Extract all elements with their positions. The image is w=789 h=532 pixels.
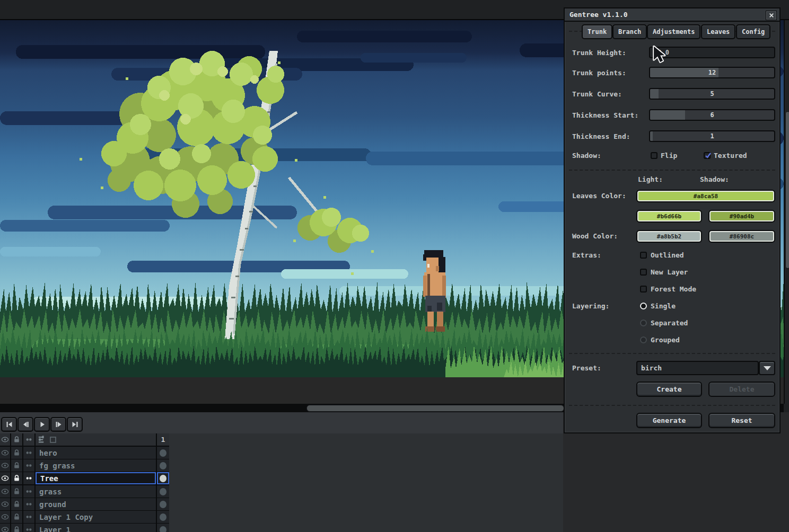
continuous-icon[interactable] [23,459,34,472]
flip-label[interactable]: Flip [661,152,677,159]
layer-name[interactable]: fg grass [36,459,156,472]
lock-icon[interactable] [11,524,22,532]
layer-row[interactable]: fg grass [0,459,169,472]
wood-shadow-color-swatch[interactable]: #86908c [708,230,775,243]
layer-row[interactable]: Layer 1 Copy [0,511,169,523]
last-frame-button[interactable] [67,417,83,432]
preset-label: Preset: [572,364,601,372]
layer-row[interactable]: ground [0,498,169,510]
layer-name[interactable]: Tree [36,472,156,484]
lock-icon[interactable] [11,447,22,459]
outlined-checkbox[interactable] [640,252,647,259]
separator [569,405,775,406]
eye-icon[interactable] [0,485,10,498]
trunk-curve-slider[interactable]: 5 [649,88,775,100]
continuous-icon[interactable] [23,524,34,532]
tab-trunk[interactable]: Trunk [582,24,612,39]
grouped-radio[interactable] [640,336,647,343]
layer-row-selected[interactable]: Tree [0,472,169,484]
cel[interactable] [157,498,169,510]
tab-config[interactable]: Config [736,24,770,39]
grouped-label[interactable]: Grouped [651,336,680,344]
wood-light-color-swatch[interactable]: #a8b5b2 [636,230,702,243]
separated-label[interactable]: Separated [651,319,688,327]
dialog-title-bar[interactable]: Gentree v1.1.0 [565,8,779,22]
thickness-start-slider[interactable]: 6 [649,109,775,121]
eye-icon[interactable] [0,433,10,446]
thickness-end-slider[interactable]: 1 [649,130,775,142]
continuous-icon[interactable] [23,433,34,446]
delete-button[interactable]: Delete [708,382,775,397]
layer-name[interactable]: hero [36,447,156,459]
cel[interactable] [157,447,169,459]
preset-dropdown[interactable]: birch [636,361,759,375]
layer-name[interactable]: ground [36,498,156,510]
textured-checkbox[interactable] [704,152,711,159]
layer-name[interactable]: grass [36,485,156,498]
eye-icon[interactable] [0,447,10,459]
lock-icon[interactable] [11,511,22,523]
cel[interactable] [157,472,169,484]
textured-label[interactable]: Textured [714,152,747,159]
leaves-main-color-swatch[interactable]: #a8ca58 [636,190,775,202]
close-icon[interactable] [766,11,777,20]
eye-icon[interactable] [0,511,10,523]
prev-frame-button[interactable] [17,417,33,432]
trunk-points-slider[interactable]: 12 [649,67,775,78]
generate-button[interactable]: Generate [636,413,702,428]
single-label[interactable]: Single [651,302,676,310]
layer-row[interactable]: hero [0,447,169,459]
forest-mode-checkbox[interactable] [640,286,647,292]
layer-name[interactable]: Layer 1 [36,524,156,532]
layer-options-header[interactable] [36,433,156,446]
cel[interactable] [157,511,169,523]
tab-leaves[interactable]: Leaves [701,24,735,39]
layer-name[interactable]: Layer 1 Copy [36,511,156,523]
eye-icon[interactable] [0,524,10,532]
leaves-shadow-color-swatch[interactable]: #90ad4b [708,210,775,223]
separated-radio[interactable] [640,320,647,326]
create-button[interactable]: Create [636,382,702,397]
layer-row[interactable]: Layer 1 [0,524,169,532]
timeline-panel: 1 hero fg grass Tree [0,412,563,532]
lock-icon[interactable] [11,459,22,472]
new-layer-checkbox[interactable] [640,269,647,276]
lock-icon[interactable] [11,498,22,510]
shadow-label: Shadow: [572,152,601,159]
lock-icon[interactable] [11,433,22,446]
trunk-height-input[interactable]: 80.0 [649,47,775,58]
layer-row[interactable]: grass [0,485,169,498]
eye-icon[interactable] [0,498,10,510]
cel[interactable] [157,524,169,532]
continuous-icon[interactable] [23,472,34,484]
play-button[interactable] [34,417,50,432]
preset-dropdown-button[interactable] [759,361,775,375]
continuous-icon[interactable] [23,447,34,459]
frame-number[interactable]: 1 [157,433,169,446]
lock-icon[interactable] [11,485,22,498]
first-frame-button[interactable] [1,417,17,432]
horizontal-scrollbar-thumb[interactable] [306,405,564,412]
tab-branch[interactable]: Branch [612,24,647,39]
outlined-label[interactable]: Outlined [651,251,684,259]
lock-icon[interactable] [11,472,22,484]
vertical-scrollbar-thumb[interactable] [785,111,789,269]
forest-mode-label[interactable]: Forest Mode [651,285,696,293]
tab-adjustments[interactable]: Adjustments [647,24,700,39]
thickness-end-label: Thickness End: [572,132,630,140]
eye-icon[interactable] [0,459,10,472]
continuous-icon[interactable] [23,498,34,510]
eye-icon[interactable] [0,472,10,484]
single-radio[interactable] [640,303,647,309]
thickness-start-label: Thickness Start: [572,111,638,119]
vertical-scrollbar[interactable] [784,20,789,404]
flip-checkbox[interactable] [651,152,658,159]
cel[interactable] [157,459,169,472]
continuous-icon[interactable] [23,485,34,498]
leaves-light-color-swatch[interactable]: #b6d66b [636,210,702,223]
cel[interactable] [157,485,169,498]
new-layer-label[interactable]: New Layer [651,268,688,276]
reset-button[interactable]: Reset [708,413,775,428]
next-frame-button[interactable] [50,417,66,432]
continuous-icon[interactable] [23,511,34,523]
